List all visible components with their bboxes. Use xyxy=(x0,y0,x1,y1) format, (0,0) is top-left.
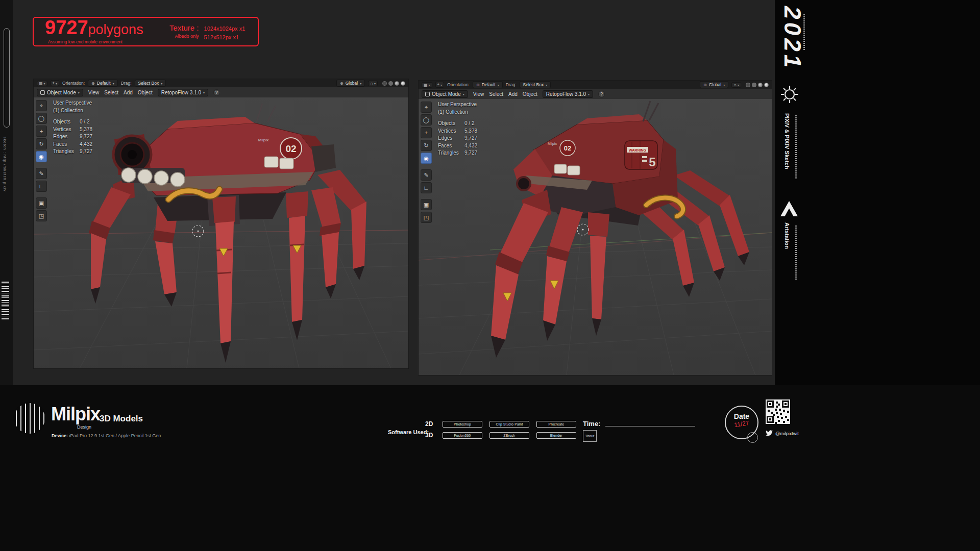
transform-orientation-dropdown[interactable]: ⊕Global▾ xyxy=(700,81,728,88)
chevron-down-icon: ▾ xyxy=(56,82,57,85)
snap-button[interactable]: ∩▾ xyxy=(731,82,741,88)
viewport-stats-overlay: User Perspective (1) Collection Objects0… xyxy=(438,101,477,157)
shading-material-icon[interactable] xyxy=(395,81,399,86)
shading-solid-icon[interactable] xyxy=(388,81,393,86)
albedo-label: Albedo only xyxy=(169,33,199,40)
tool-add-cube[interactable]: ▣ xyxy=(36,197,47,209)
tool-annotate[interactable]: ✎ xyxy=(421,169,432,181)
lens-small xyxy=(517,177,530,190)
gizmo-icon: ⌖ xyxy=(437,82,440,87)
editor-type-button[interactable]: ▦▾ xyxy=(37,81,47,86)
tool-extra[interactable]: ◳ xyxy=(36,210,47,221)
orientation-label: Orientation: xyxy=(447,82,470,87)
menu-object[interactable]: Object xyxy=(138,90,153,95)
menu-object[interactable]: Object xyxy=(523,91,537,97)
chevron-down-icon: ▾ xyxy=(78,91,80,94)
drag-dropdown[interactable]: Select Box▾ xyxy=(135,80,166,87)
editor-type-icon: ▦ xyxy=(39,81,43,86)
software-pill-zbrush: ZBrush xyxy=(489,432,529,439)
software-pill-procreate: Procreate xyxy=(536,421,576,428)
menu-select[interactable]: Select xyxy=(104,90,118,95)
stat-value: 0 / 2 xyxy=(464,120,474,128)
editor-type-icon: ▦ xyxy=(424,83,428,87)
tool-rotate[interactable]: ↻ xyxy=(421,140,432,151)
retopoflow-dropdown[interactable]: RetopoFlow 3.1.0▾ xyxy=(158,89,208,96)
twitter-line: @milpixtwit xyxy=(766,430,799,437)
orientation-dropdown[interactable]: ⊕Default▾ xyxy=(473,81,503,88)
shading-wireframe-icon[interactable] xyxy=(382,81,387,86)
tool-tweak[interactable]: ⌖ xyxy=(421,102,432,113)
tool-move[interactable]: + xyxy=(36,126,47,137)
tool-measure[interactable]: ∟ xyxy=(36,181,47,192)
barcode xyxy=(2,282,9,319)
gizmo-button[interactable]: ⌖▾ xyxy=(435,82,445,88)
polygon-count: 9727 xyxy=(45,17,88,38)
stat-row-objects: Objects0 / 2 xyxy=(438,120,477,128)
warning-number: 5 xyxy=(649,155,655,169)
chevron-down-icon: ▾ xyxy=(588,92,590,96)
stat-value: 9,727 xyxy=(464,135,477,142)
brand-type: 3D Models xyxy=(100,414,143,424)
shading-rendered-icon[interactable] xyxy=(401,81,405,86)
menu-view[interactable]: View xyxy=(473,91,484,97)
help-icon[interactable]: ? xyxy=(213,89,220,96)
orientation-icon: ⊕ xyxy=(476,83,480,87)
stat-value: 4,432 xyxy=(80,141,92,148)
tool-rotate[interactable]: ↻ xyxy=(36,138,47,149)
mech-rear: 02 Milpix WARNING xyxy=(491,101,749,358)
viewport-3d-canvas[interactable]: 02 Milpix xyxy=(34,97,408,368)
shading-wireframe-icon[interactable] xyxy=(746,83,750,87)
menu-add[interactable]: Add xyxy=(508,91,518,97)
pixiv-logo-icon xyxy=(780,85,799,106)
stat-label: Objects xyxy=(438,120,464,128)
menu-add[interactable]: Add xyxy=(124,90,133,95)
shading-solid-icon[interactable] xyxy=(752,83,756,87)
tool-select-circle[interactable]: ◯ xyxy=(421,114,432,126)
editor-type-button[interactable]: ▦▾ xyxy=(422,82,432,88)
antenna xyxy=(643,101,658,121)
brand-name: Milpix xyxy=(51,404,100,425)
tool-measure[interactable]: ∟ xyxy=(421,182,432,193)
help-icon[interactable]: ? xyxy=(598,91,605,97)
transform-orientation-dropdown[interactable]: ⊕Global▾ xyxy=(336,80,365,87)
shading-material-icon[interactable] xyxy=(758,83,763,87)
chevron-down-icon: ▾ xyxy=(440,83,442,87)
tool-annotate[interactable]: ✎ xyxy=(36,168,47,179)
snap-button[interactable]: ∩▾ xyxy=(368,81,378,86)
polygon-info-box: 9727polygons Assuming low-end mobile env… xyxy=(33,17,259,46)
tool-transform-active[interactable]: ◉ xyxy=(36,151,47,162)
viewport-front: ▦▾ ⌖▾ Orientation: ⊕Default▾ Drag: Selec… xyxy=(34,79,408,368)
stats-table: Objects0 / 2 Vertices5,378 Edges9,727 Fa… xyxy=(438,120,477,157)
tool-add-cube[interactable]: ▣ xyxy=(421,199,432,210)
stat-value: 9,727 xyxy=(80,148,92,156)
artstation-logo-icon xyxy=(780,201,798,218)
shading-mode-buttons[interactable] xyxy=(744,82,769,87)
drag-dropdown[interactable]: Select Box▾ xyxy=(520,81,551,88)
shading-mode-buttons[interactable] xyxy=(381,81,405,86)
chevron-down-icon: ▾ xyxy=(203,91,205,94)
stat-row-vertices: Vertices5,378 xyxy=(438,128,477,135)
retopoflow-dropdown[interactable]: RetopoFlow 3.1.0▾ xyxy=(543,90,593,98)
stats-collection: (1) Collection xyxy=(438,109,477,116)
right-rail: 2021 PIXIV & PIXIV Sketch Artstation xyxy=(775,0,980,388)
shading-rendered-icon[interactable] xyxy=(764,83,769,87)
snap-magnet-icon: ∩ xyxy=(733,83,737,87)
mode-dropdown[interactable]: Object Mode▾ xyxy=(37,89,83,96)
tool-transform-active[interactable]: ◉ xyxy=(421,153,432,164)
gizmo-button[interactable]: ⌖▾ xyxy=(51,80,60,86)
orientation-label: Orientation: xyxy=(62,81,85,86)
object-mode-icon xyxy=(425,92,430,96)
viewport-3d-canvas[interactable]: 02 Milpix WARNING xyxy=(419,99,772,375)
menu-select[interactable]: Select xyxy=(489,91,503,97)
menu-view[interactable]: View xyxy=(88,90,100,95)
tool-extra[interactable]: ◳ xyxy=(421,212,432,223)
orientation-dropdown[interactable]: ⊕Default▾ xyxy=(88,80,118,87)
year-text: 2021 xyxy=(779,6,806,70)
software-pill-fusion360: Fusion360 xyxy=(443,432,482,439)
mode-dropdown[interactable]: Object Mode▾ xyxy=(422,90,468,98)
tool-select-circle[interactable]: ◯ xyxy=(36,113,47,124)
tool-tweak[interactable]: ⌖ xyxy=(36,100,47,111)
tool-move[interactable]: + xyxy=(421,127,432,138)
stat-value: 9,727 xyxy=(80,133,92,141)
texture-info: Texture : Albedo only 1024x1024px x1 512… xyxy=(169,21,245,42)
